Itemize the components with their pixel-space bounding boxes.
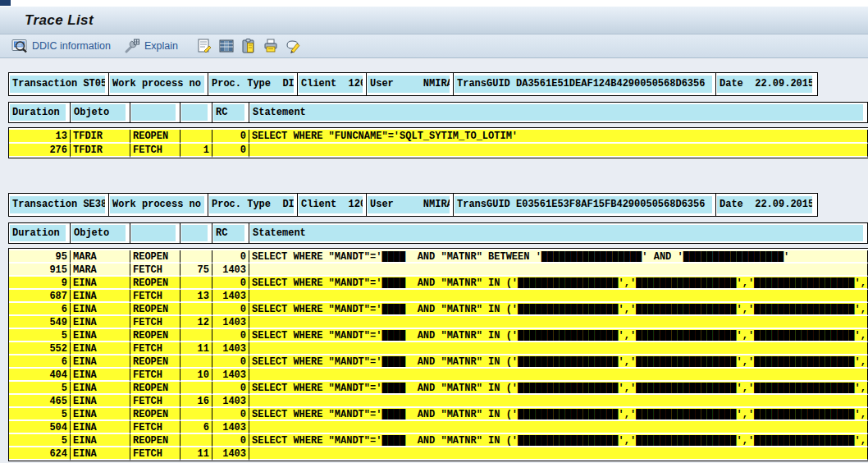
- table-row[interactable]: 624 EINA FETCH 11 1403: [9, 447, 868, 461]
- explain-wrench-icon: [124, 38, 140, 54]
- info-user-text: User NMIRANDA: [368, 196, 450, 213]
- table-row[interactable]: 276 TFDIR FETCH 1 0: [9, 144, 868, 158]
- rc-cell: 0: [212, 329, 249, 342]
- table-row[interactable]: 687 EINA FETCH 13 1403: [9, 290, 868, 303]
- ddic-information-button[interactable]: DDIC information: [11, 38, 111, 54]
- info-cell-user: User NMIRANDA: [367, 73, 454, 95]
- operation-cell: FETCH: [130, 369, 180, 382]
- table-row[interactable]: 552 EINA FETCH 11 1403: [9, 342, 868, 355]
- duration-cell: 624: [9, 447, 71, 461]
- duration-cell: 915: [9, 264, 71, 277]
- rc-cell: 1403: [212, 421, 249, 434]
- duration-cell: 465: [9, 395, 71, 408]
- object-cell: EINA: [71, 382, 130, 395]
- rc-cell: 0: [212, 144, 249, 158]
- object-cell: TFDIR: [71, 130, 130, 144]
- statement-cell: SELECT WHERE "MANDT"='████ AND "MATNR" I…: [249, 434, 868, 447]
- info-cell-transguid: TransGUID DA3561E51DEAF124B4290050568D63…: [454, 73, 716, 95]
- object-cell: EINA: [71, 447, 130, 461]
- info-transaction-text: Transaction ST05: [10, 76, 105, 93]
- operation-cell: REOPEN: [130, 382, 180, 395]
- col-header-records: [180, 223, 212, 243]
- statement-cell: [249, 290, 868, 303]
- rc-cell: 0: [212, 434, 249, 447]
- info-cell-transguid: TransGUID E03561E53F8AF15FB4290050568D63…: [454, 194, 716, 216]
- table-row[interactable]: 549 EINA FETCH 12 1403: [9, 316, 868, 329]
- table-row[interactable]: 5 EINA REOPEN 0 SELECT WHERE "MANDT"='██…: [9, 434, 868, 447]
- info-work-process-text: Work process no 5: [110, 76, 204, 93]
- operation-cell: FETCH: [130, 290, 180, 303]
- records-cell: [180, 130, 212, 144]
- object-cell: EINA: [71, 408, 130, 421]
- table-row[interactable]: 5 EINA REOPEN 0 SELECT WHERE "MANDT"='██…: [9, 382, 868, 395]
- col-header-statement: Statement: [249, 223, 868, 243]
- object-cell: EINA: [71, 355, 130, 369]
- trace-info-row: Transaction ST05 Work process no 5 Proc.…: [8, 72, 818, 96]
- object-cell: EINA: [71, 316, 130, 329]
- trace-data-table: 13 TFDIR REOPEN 0 SELECT WHERE "FUNCNAME…: [8, 127, 868, 158]
- object-cell: MARA: [71, 250, 130, 264]
- table-row[interactable]: 465 EINA FETCH 16 1403: [9, 395, 868, 408]
- statement-cell: SELECT WHERE "MANDT"='████ AND "MATNR" I…: [249, 277, 868, 290]
- records-cell: 13: [180, 290, 212, 303]
- info-transaction-text: Transaction SE38: [10, 196, 105, 213]
- info-work-process-text: Work process no 9: [110, 196, 204, 213]
- info-cell-work-process: Work process no 9: [109, 194, 208, 216]
- display-format-button[interactable]: [196, 38, 212, 54]
- rc-cell: 1403: [212, 264, 249, 277]
- info-cell-proc-type: Proc. Type DIA: [208, 194, 298, 216]
- object-cell: EINA: [71, 303, 130, 316]
- choose-layout-button[interactable]: [218, 38, 235, 54]
- table-row[interactable]: 9 EINA REOPEN 0 SELECT WHERE "MANDT"='██…: [9, 277, 868, 290]
- table-row[interactable]: 6 EINA REOPEN 0 SELECT WHERE "MANDT"='██…: [9, 303, 868, 316]
- edit-button[interactable]: [285, 38, 301, 54]
- table-row[interactable]: 5 EINA REOPEN 0 SELECT WHERE "MANDT"='██…: [9, 408, 868, 421]
- clipboard-icon: [240, 38, 257, 54]
- table-row[interactable]: 13 TFDIR REOPEN 0 SELECT WHERE "FUNCNAME…: [9, 130, 868, 144]
- duration-cell: 404: [9, 369, 71, 382]
- rc-cell: 0: [212, 408, 249, 421]
- duration-cell: 13: [9, 130, 71, 144]
- table-row[interactable]: 95 MARA REOPEN 0 SELECT WHERE "MANDT"='█…: [9, 250, 868, 264]
- duration-cell: 549: [9, 316, 71, 329]
- object-cell: EINA: [71, 277, 130, 290]
- display-format-icon: [196, 38, 212, 54]
- rc-cell: 0: [212, 303, 249, 316]
- operation-cell: FETCH: [130, 144, 180, 158]
- info-transguid-text: TransGUID E03561E53F8AF15FB4290050568D63…: [455, 196, 712, 213]
- statement-cell: SELECT WHERE "MANDT"='████ AND "MATNR" I…: [249, 329, 868, 342]
- rc-cell: 1403: [212, 290, 249, 303]
- records-cell: [180, 382, 212, 395]
- trace-section-st05: Transaction ST05 Work process no 5 Proc.…: [8, 72, 868, 158]
- operation-cell: REOPEN: [130, 408, 180, 421]
- table-row[interactable]: 915 MARA FETCH 75 1403: [9, 264, 868, 277]
- operation-cell: FETCH: [130, 264, 180, 277]
- explain-button[interactable]: Explain: [124, 38, 178, 54]
- table-row[interactable]: 404 EINA FETCH 10 1403: [9, 369, 868, 382]
- records-cell: [180, 277, 212, 290]
- col-header-statement: Statement: [249, 103, 868, 122]
- application-toolbar: DDIC information Explain: [0, 34, 868, 58]
- info-transguid-text: TransGUID DA3561E51DEAF124B4290050568D63…: [455, 76, 712, 93]
- table-row[interactable]: 504 EINA FETCH 6 1403: [9, 421, 868, 434]
- records-cell: 16: [180, 395, 212, 408]
- rc-cell: 0: [212, 277, 249, 290]
- print-button[interactable]: [263, 38, 279, 54]
- table-row[interactable]: 6 EINA REOPEN 0 SELECT WHERE "MANDT"='██…: [9, 355, 868, 369]
- records-cell: 10: [180, 369, 212, 382]
- duration-cell: 95: [9, 250, 71, 264]
- info-cell-user: User NMIRANDA: [367, 194, 454, 216]
- records-cell: 11: [180, 342, 212, 355]
- table-row[interactable]: 5 EINA REOPEN 0 SELECT WHERE "MANDT"='██…: [9, 329, 868, 342]
- column-header-row: Duration Objeto RC Statement: [8, 102, 868, 123]
- copy-button[interactable]: [240, 38, 257, 54]
- trace-section-se38: Transaction SE38 Work process no 9 Proc.…: [8, 193, 868, 461]
- duration-cell: 687: [9, 290, 71, 303]
- col-header-records: [180, 103, 212, 122]
- statement-cell: SELECT WHERE "MANDT"='████ AND "MATNR" B…: [249, 250, 868, 264]
- statement-cell: SELECT WHERE "FUNCNAME"='SQLT_SYTIM_TO_L…: [249, 130, 868, 144]
- operation-cell: REOPEN: [130, 250, 180, 264]
- operation-cell: REOPEN: [130, 277, 180, 290]
- rc-cell: 1403: [212, 316, 249, 329]
- object-cell: EINA: [71, 290, 130, 303]
